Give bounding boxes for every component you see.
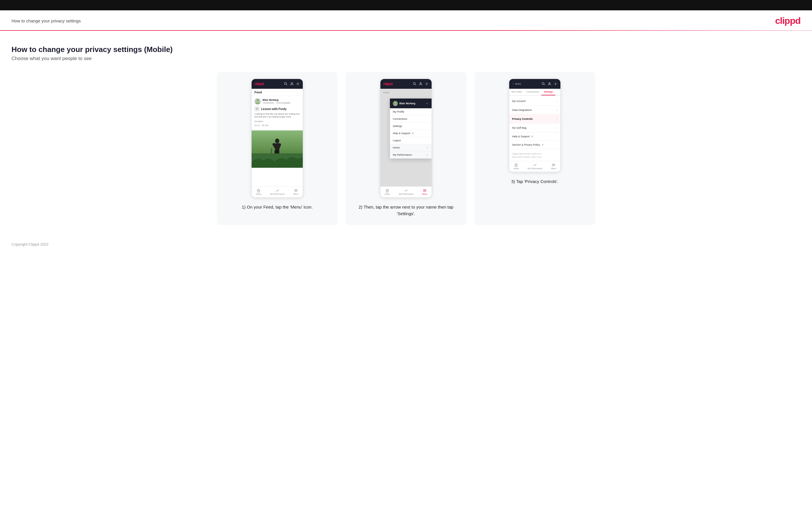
user-icon-3 [548, 82, 552, 86]
menu-performance-expand: My Performance [390, 151, 432, 159]
menu-label-2: Menu [422, 193, 427, 195]
chevron-icon-golf: › [556, 126, 558, 129]
feed-lesson-title: Lesson with Fordy [261, 107, 287, 111]
settings-tabs: My Profile Connections Settings [509, 89, 560, 96]
svg-rect-16 [258, 191, 259, 192]
settings-my-account: My Account › [509, 97, 560, 106]
bottombar-performance-2: My Performance [399, 188, 413, 195]
home-icon-2 [385, 188, 389, 192]
phone-bottombar-3: Home My Performance Menu [509, 161, 560, 172]
help-support-label-3: Help & Support ↗ [512, 135, 533, 138]
bottombar-menu: Menu [293, 188, 299, 195]
bottombar-home: Home [256, 188, 261, 195]
bottombar-performance-3: My Performance [527, 163, 542, 170]
performance-expand-label: My Performance [393, 153, 412, 156]
step-1-phone: clippd Feed [251, 79, 303, 198]
chevron-down-icon-2 [426, 153, 429, 156]
home-label: Home [256, 193, 261, 195]
browser-title: How to change your privacy settings [11, 18, 81, 23]
my-account-label: My Account [512, 100, 525, 103]
settings-list: My Account › Data Integrations › Privacy… [509, 96, 560, 150]
external-link-icon: ↗ [412, 132, 414, 135]
bottombar-menu-3: Menu [551, 163, 556, 170]
settings-back-bar: Back [509, 79, 560, 89]
step-1-description: 1) On your Feed, tap the 'Menu' icon. [242, 204, 313, 211]
svg-point-3 [297, 83, 299, 84]
golf-photo [252, 130, 303, 168]
step-3-phone: Back My Profile Connections Settings [509, 79, 561, 172]
feed-user-info: Blair McHarg Yesterday · Sunningdale [262, 99, 291, 104]
version-line1: Clippd Client Version: 2022.8.3-3 [512, 153, 558, 156]
settings-version: Clippd Client Version: 2022.8.3-3 GQL Se… [509, 150, 560, 161]
feed-duration-value: 01 hr : 30 min [254, 124, 300, 127]
bottombar-menu-2: Menu [422, 188, 427, 195]
home-label-2: Home [385, 193, 390, 195]
settings-privacy-controls: Privacy Controls › [509, 115, 560, 123]
menu-overlay: Blair McHarg My Profile Connections Sett… [390, 99, 432, 159]
main-content: How to change your privacy settings (Mob… [0, 39, 812, 236]
chart-icon-2 [404, 188, 408, 192]
menu-icon-2 [423, 188, 427, 192]
chevron-icon-privacy: › [556, 117, 558, 121]
phone-topbar-icons-1 [284, 82, 300, 86]
phone-bottombar-2: Home My Performance Menu [380, 186, 432, 198]
user-icon-2 [419, 82, 423, 86]
menu-connections: Connections [390, 115, 432, 123]
step-1-card: clippd Feed [217, 72, 338, 225]
back-chevron-icon [512, 82, 514, 85]
step-2-card: clippd Feed [346, 72, 466, 225]
svg-point-8 [275, 138, 280, 143]
settings-golf-bag: My Golf Bag › [509, 123, 560, 132]
settings-data-integrations: Data Integrations › [509, 106, 560, 115]
home-expand-label: Home [393, 146, 400, 149]
menu-logout: Logout [390, 137, 432, 144]
step-3-card: Back My Profile Connections Settings [474, 72, 595, 225]
header: How to change your privacy settings clip… [0, 10, 812, 30]
chart-icon [275, 188, 280, 192]
version-line2: GQL Server Version: 2022.7.30-1 [512, 156, 558, 159]
menu-user-avatar [393, 101, 398, 106]
back-label: Back [515, 82, 521, 85]
background-content: Feed [380, 89, 432, 98]
bottombar-performance: My Performance [270, 188, 285, 195]
menu-my-profile: My Profile [390, 108, 432, 115]
chevron-icon-account: › [556, 99, 558, 103]
my-profile-label: My Profile [393, 110, 404, 113]
feed-post: Blair McHarg Yesterday · Sunningdale Les… [252, 96, 303, 130]
step-2-phone: clippd Feed [380, 79, 432, 198]
svg-point-0 [285, 82, 287, 84]
bottombar-home-2: Home [385, 188, 390, 195]
settings-topbar-icons [542, 82, 558, 86]
settings-label: Settings [393, 125, 402, 127]
phone-topbar-2: clippd [380, 79, 432, 89]
settings-icon [296, 82, 300, 86]
feed-user: Blair McHarg Yesterday · Sunningdale [254, 98, 300, 105]
data-integrations-label: Data Integrations [512, 109, 532, 111]
chart-icon-3 [533, 163, 537, 167]
svg-point-2 [291, 82, 293, 84]
home-icon-3 [514, 163, 518, 167]
feed-date: Yesterday · Sunningdale [262, 101, 291, 104]
search-icon [284, 82, 288, 86]
golf-bag-label: My Golf Bag [512, 126, 526, 129]
ext-icon-help: ↗ [531, 135, 533, 138]
chevron-down-icon [426, 146, 429, 149]
home-icon [256, 188, 260, 192]
lesson-icon [254, 106, 260, 111]
svg-point-4 [256, 99, 259, 102]
top-bar [0, 0, 812, 10]
feed-duration-label: Duration [254, 120, 300, 123]
svg-point-22 [420, 82, 421, 84]
menu-help-support: Help & Support ↗ [390, 130, 432, 137]
svg-point-20 [413, 82, 415, 84]
performance-label-2: My Performance [399, 193, 413, 195]
feed-username: Blair McHarg [262, 99, 291, 101]
logout-label: Logout [393, 139, 401, 142]
svg-rect-25 [387, 191, 388, 192]
chevron-up-icon [425, 102, 429, 105]
menu-label-3: Menu [551, 167, 556, 169]
copyright: Copyright Clippd 2022 [11, 242, 49, 246]
menu-icon-3 [552, 163, 556, 167]
footer: Copyright Clippd 2022 [0, 236, 812, 252]
svg-point-23 [426, 83, 427, 84]
